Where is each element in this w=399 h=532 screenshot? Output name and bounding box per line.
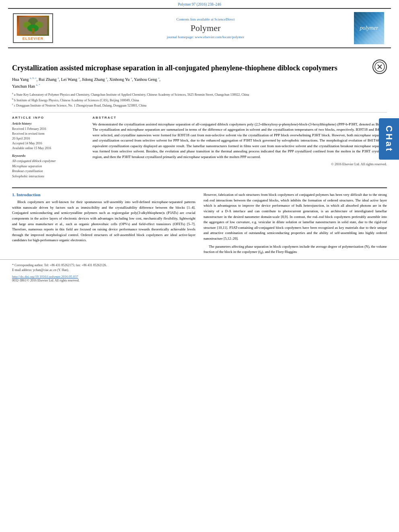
keywords-heading: Keywords:	[12, 154, 84, 158]
journal-reference: Polymer 97 (2016) 238–246	[0, 0, 399, 8]
elsevier-text: ELSEVIER	[23, 37, 44, 41]
journal-header: ELSEVIER Contents lists available at Sci…	[8, 8, 391, 48]
accepted-date: Accepted 14 May 2016	[12, 141, 84, 146]
homepage-url[interactable]: www.elsevier.com/locate/polymer	[195, 35, 244, 39]
svg-rect-5	[32, 28, 34, 34]
journal-title-area: Contents lists available at ScienceDirec…	[61, 17, 350, 39]
issn-text: 0032-3861/© 2016 Elsevier Ltd. All right…	[12, 279, 387, 282]
sciencedirect-label: Contents lists available at ScienceDirec…	[61, 17, 350, 21]
footnote-area: * Corresponding author. Tel: +86 431 852…	[0, 259, 399, 286]
polymer-badge-area: polymer	[354, 12, 386, 44]
intro-paragraph-2: However, fabrication of such structures …	[204, 192, 387, 242]
corresponding-note: * Corresponding author. Tel: +86 431 852…	[12, 263, 387, 268]
sciencedirect-link[interactable]: ScienceDirect	[214, 17, 234, 21]
article-info-panel: ARTICLE INFO Article history: Received 1…	[12, 116, 84, 179]
elsevier-logo-image	[17, 16, 49, 36]
section1-heading: 1. Introduction	[12, 192, 195, 197]
revised-label: Received in revised form	[12, 131, 84, 136]
online-date: Available online 15 May 2016	[12, 146, 84, 151]
divider-after-affiliations	[12, 112, 387, 113]
keyword-1: All-conjugated diblock copolymer	[12, 159, 84, 164]
history-label: Article history:	[12, 122, 84, 125]
article-info-abstract: ARTICLE INFO Article history: Received 1…	[12, 116, 387, 179]
journal-name: Polymer	[61, 23, 350, 33]
chat-button[interactable]: CHat	[379, 118, 399, 160]
revised-date: 20 April 2016	[12, 136, 84, 141]
section-divider	[12, 187, 387, 188]
keyword-2: Microphase separation	[12, 164, 84, 169]
email-note: E-mail address: ychan@ciac.ac.cn (Y. Han…	[12, 268, 387, 273]
copyright: © 2016 Elsevier Ltd. All rights reserved…	[93, 162, 387, 166]
crossmark-badge[interactable]	[372, 60, 387, 74]
article-info-heading: ARTICLE INFO	[12, 116, 84, 119]
elsevier-logo: ELSEVIER	[13, 13, 53, 43]
left-column: 1. Introduction Block copolymers are wel…	[12, 192, 195, 255]
right-column: However, fabrication of such structures …	[204, 192, 387, 255]
abstract-heading: ABSTRACT	[93, 116, 387, 119]
doi-link[interactable]: http://dx.doi.org/10.1016/j.polymer.2016…	[12, 275, 78, 279]
abstract-text: We demonstrated the crystallization assi…	[93, 122, 387, 160]
keyword-3: Breakout crystallization	[12, 169, 84, 174]
polymer-badge: polymer	[354, 12, 384, 44]
intro-paragraph-1: Block copolymers are well-known for thei…	[12, 199, 195, 243]
intro-paragraph-3: The parameters affecting phase separatio…	[204, 244, 387, 256]
keywords-section: Keywords: All-conjugated diblock copolym…	[12, 154, 84, 179]
keyword-4: Solvophobic interactions	[12, 174, 84, 179]
received-date: Received 1 February 2016	[12, 127, 84, 131]
article-title: Crystallization assisted microphase sepa…	[12, 64, 369, 73]
content-area: Crystallization assisted microphase sepa…	[0, 48, 399, 183]
affiliations: a a State Key Laboratory of Polymer Phys…	[12, 92, 387, 108]
abstract-panel: ABSTRACT We demonstrated the crystalliza…	[93, 116, 387, 179]
main-content: 1. Introduction Block copolymers are wel…	[0, 192, 399, 255]
elsevier-logo-area: ELSEVIER	[13, 13, 57, 43]
authors: Hua Yang a, b, c, Rui Zhang a, Lei Wang …	[12, 76, 387, 89]
journal-homepage: journal homepage: www.elsevier.com/locat…	[61, 35, 350, 39]
